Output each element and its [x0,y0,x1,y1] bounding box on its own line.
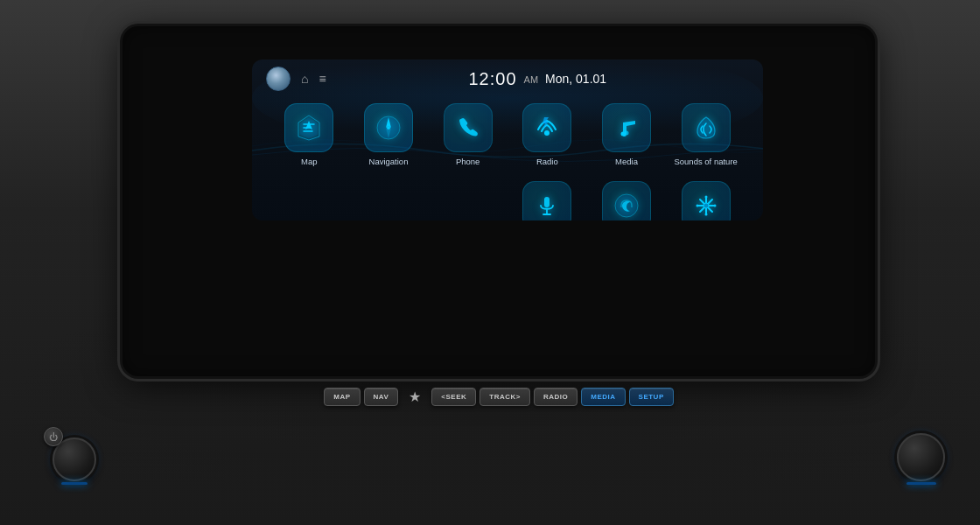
clock-ampm: AM [524,74,539,85]
setup-button[interactable]: SETUP [629,388,674,406]
nav-button[interactable]: NAV [364,388,399,406]
seek-back-button[interactable]: <SEEK [431,388,476,406]
voice-icon-wrap [522,181,571,220]
app-grid: Map Navigation [252,94,763,220]
climate-icon-wrap [682,181,731,220]
media-label: Media [615,157,638,167]
car-interior: ⌂ ≡ 12:00 AM Mon, 01.01 [0,0,980,525]
screen-header: ⌂ ≡ 12:00 AM Mon, 01.01 [252,60,763,94]
map-label: Map [301,157,317,167]
clock-area: 12:00 AM Mon, 01.01 [326,69,749,89]
favorite-button[interactable]: ★ [402,385,428,409]
menu-icon[interactable]: ≡ [318,72,326,86]
media-icon-wrap [602,103,651,152]
clock-time: 12:00 [469,69,517,89]
physical-controls: MAP NAV ★ <SEEK TRACK> RADIO MEDIA SETUP [122,385,875,490]
app-voice-memo[interactable]: Voice memo [508,176,587,220]
phone-icon-wrap [444,103,493,152]
svg-point-15 [704,196,707,199]
svg-point-4 [544,130,550,136]
right-tune-knob[interactable] [897,433,945,481]
radio-icon-wrap [522,103,571,152]
svg-rect-7 [544,197,550,207]
navigation-label: Navigation [369,157,409,167]
home-icon[interactable]: ⌂ [301,72,308,86]
header-icons: ⌂ ≡ [301,72,326,86]
radio-label: Radio [536,157,558,167]
app-map[interactable]: Map [270,98,349,172]
svg-point-19 [704,203,709,208]
track-button[interactable]: TRACK> [480,388,530,406]
map-button[interactable]: MAP [324,388,360,406]
svg-point-16 [704,214,707,216]
svg-point-6 [624,131,628,136]
app-radio[interactable]: Radio [508,98,587,172]
screen-bezel: ⌂ ≡ 12:00 AM Mon, 01.01 [122,26,875,376]
svg-point-17 [696,205,698,207]
app-climate[interactable]: Climate [666,176,746,220]
radio-button[interactable]: RADIO [534,388,578,406]
media-button[interactable]: MEDIA [581,388,625,406]
app-phone[interactable]: Phone [428,98,508,172]
button-row-top: MAP NAV ★ <SEEK TRACK> RADIO MEDIA SETUP [324,385,673,409]
nature-label: Sounds of nature [674,157,737,167]
nature-icon-wrap [682,103,731,152]
nav-icon-wrap [364,103,413,152]
app-navigation[interactable]: Navigation [349,98,429,172]
app-sounds-of-nature[interactable]: Sounds of nature [666,98,746,172]
power-button[interactable] [44,427,63,446]
clock-date: Mon, 01.01 [545,72,606,86]
svg-point-18 [713,205,716,207]
phone-label: Phone [456,157,480,167]
svg-point-3 [387,126,390,130]
infotainment-screen: ⌂ ≡ 12:00 AM Mon, 01.01 [252,60,763,220]
quiet-icon-wrap [602,181,651,220]
app-media[interactable]: Media [587,98,667,172]
app-quiet-mode[interactable]: Quiet mode [587,176,667,220]
status-circle [266,66,290,91]
map-icon-wrap [284,103,333,152]
